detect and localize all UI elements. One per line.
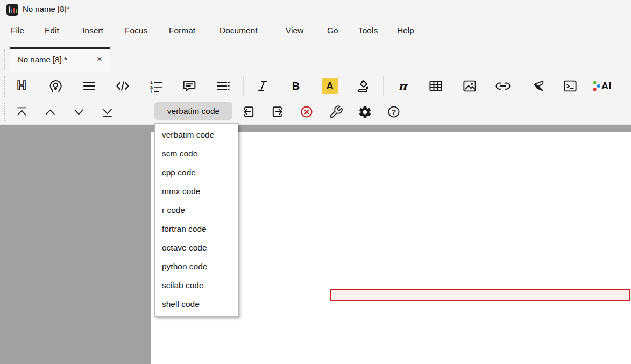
- go-top-button[interactable]: [12, 102, 31, 122]
- hamburger-lines-icon: [81, 78, 97, 94]
- delete-button[interactable]: [297, 102, 316, 122]
- menu-item-document[interactable]: Document: [219, 26, 258, 35]
- tabbar-drag-handle[interactable]: [4, 49, 5, 69]
- code-mode-dropdown-menu: verbatim code scm code cpp code mmx code…: [154, 123, 238, 317]
- chevron-down-icon: [72, 105, 86, 119]
- dropdown-item-shell-code[interactable]: shell code: [155, 295, 238, 313]
- heading-button[interactable]: H: [10, 74, 33, 98]
- list-numbering-button[interactable]: 1 a i: [144, 74, 168, 98]
- head-idea-icon: [47, 78, 63, 94]
- focus-assist-button[interactable]: [44, 74, 67, 98]
- menu-item-file[interactable]: File: [11, 26, 24, 35]
- fold-icon: [529, 78, 545, 94]
- block-menu-button[interactable]: [211, 74, 235, 98]
- main-toolbar: H 1 a i: [0, 72, 631, 101]
- tab-no-name[interactable]: No name [8] * ×: [10, 47, 110, 72]
- dropdown-item-octave-code[interactable]: octave code: [155, 238, 238, 257]
- go-down-button[interactable]: [69, 102, 88, 122]
- gear-icon: [358, 105, 372, 119]
- bold-button[interactable]: B: [284, 74, 308, 98]
- menu-item-format[interactable]: Format: [169, 26, 195, 35]
- terminal-button[interactable]: [558, 74, 582, 98]
- menu-bar: File Edit Insert Focus Format Document V…: [0, 24, 631, 40]
- box-arrow-out-right-icon: [270, 104, 285, 119]
- dropdown-item-scm-code[interactable]: scm code: [155, 144, 238, 163]
- menu-item-tools[interactable]: Tools: [358, 26, 378, 35]
- chevron-up-icon: [43, 105, 58, 119]
- selection-box: [330, 289, 630, 301]
- dropdown-item-python-code[interactable]: python code: [155, 257, 238, 276]
- dropdown-item-scilab-code[interactable]: scilab code: [155, 276, 238, 295]
- image-button[interactable]: [458, 74, 481, 98]
- focus-toolbar: verbatim code: [0, 101, 631, 124]
- math-button[interactable]: π: [391, 74, 414, 98]
- help-button[interactable]: ?: [384, 102, 403, 122]
- pi-icon: π: [398, 79, 407, 93]
- ordered-list-icon: 1 a i: [148, 78, 164, 94]
- dropdown-item-cpp-code[interactable]: cpp code: [155, 163, 238, 182]
- highlight-letter: A: [326, 80, 334, 92]
- window-title: No name [8]*: [23, 4, 70, 13]
- menu-item-help[interactable]: Help: [397, 26, 414, 35]
- ai-squares-icon: [593, 81, 600, 91]
- menu-item-insert[interactable]: Insert: [82, 26, 103, 35]
- image-icon: [462, 78, 478, 94]
- app-logo-icon: [6, 4, 18, 16]
- toolbar-separator: [383, 76, 384, 96]
- wrench-icon: [329, 105, 343, 119]
- menu-item-view[interactable]: View: [286, 26, 303, 35]
- highlight-icon: A: [322, 78, 338, 94]
- go-up-button[interactable]: [40, 102, 60, 122]
- dropdown-item-mmx-code[interactable]: mmx code: [155, 182, 238, 201]
- highlight-button[interactable]: A: [318, 74, 342, 98]
- svg-text:?: ?: [392, 108, 396, 116]
- preferences-wrench-button[interactable]: [326, 102, 345, 122]
- menu-item-edit[interactable]: Edit: [45, 26, 59, 35]
- comment-button[interactable]: [178, 74, 201, 98]
- table-icon: [428, 78, 444, 94]
- toolbar-separator: [243, 76, 244, 96]
- tab-close-icon[interactable]: ×: [97, 54, 102, 65]
- comment-bubble-icon: [181, 78, 197, 94]
- table-button[interactable]: [424, 74, 448, 98]
- terminal-icon: [562, 78, 578, 94]
- dropdown-item-verbatim-code[interactable]: verbatim code: [155, 125, 238, 144]
- menu-item-go[interactable]: Go: [327, 26, 338, 35]
- code-button[interactable]: [111, 74, 134, 98]
- settings-button[interactable]: [355, 102, 374, 122]
- code-tags-icon: [115, 78, 131, 94]
- tab-bar: No name [8] * ×: [0, 47, 631, 72]
- italic-icon: [254, 78, 271, 94]
- dropdown-item-r-code[interactable]: r code: [155, 201, 238, 219]
- ink-color-button[interactable]: [351, 74, 375, 98]
- ai-button[interactable]: AI: [589, 74, 616, 98]
- svg-text:i: i: [151, 89, 152, 94]
- code-mode-dropdown-button[interactable]: verbatim code: [154, 102, 232, 120]
- heading-icon: H: [13, 78, 30, 94]
- export-button[interactable]: [268, 102, 287, 122]
- tab-label: No name [8] *: [18, 55, 67, 64]
- help-circle-icon: ?: [386, 104, 401, 119]
- detailed-list-icon: [215, 78, 231, 94]
- ai-label: AI: [601, 81, 612, 92]
- window-chrome: No name [8]* File Edit Insert Focus Form…: [0, 0, 631, 125]
- box-arrow-in-left-icon: [241, 104, 256, 119]
- fold-button[interactable]: [525, 74, 549, 98]
- go-bottom-button[interactable]: [97, 102, 117, 122]
- ink-bucket-icon: [355, 78, 371, 94]
- paragraph-menu-button[interactable]: [77, 74, 101, 98]
- ai-icon: AI: [593, 81, 612, 92]
- title-bar: No name [8]*: [0, 0, 631, 19]
- svg-text:H: H: [17, 78, 26, 92]
- link-chain-icon: [495, 78, 511, 94]
- chevron-top-bar-icon: [15, 105, 29, 119]
- link-button[interactable]: [491, 74, 515, 98]
- red-cross-circle-icon: [299, 104, 314, 119]
- bold-icon: B: [292, 80, 300, 92]
- italic-button[interactable]: [251, 74, 274, 98]
- import-button[interactable]: [239, 102, 258, 122]
- menu-item-focus[interactable]: Focus: [125, 26, 147, 35]
- dropdown-item-fortran-code[interactable]: fortran code: [155, 219, 238, 238]
- chevron-bottom-bar-icon: [100, 105, 115, 119]
- document-canvas: [0, 125, 631, 364]
